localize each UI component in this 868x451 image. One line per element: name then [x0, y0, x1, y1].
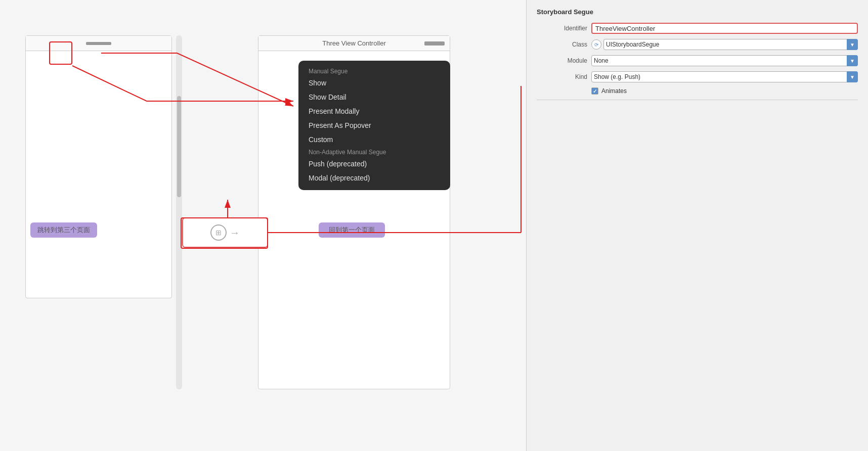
menu-item-present-modally[interactable]: Present Modally	[298, 104, 450, 118]
menu-section-2: Non-Adaptive Manual Segue	[298, 147, 450, 157]
kind-label: Kind	[537, 73, 587, 80]
class-label: Class	[537, 41, 587, 48]
animates-checkbox[interactable]: ✓	[591, 87, 598, 95]
module-select[interactable]: None	[591, 55, 858, 66]
first-vc-header-bar	[86, 42, 111, 45]
context-menu: Manual Segue Show Show Detail Present Mo…	[298, 61, 450, 190]
jump-button[interactable]: 跳转到第三个页面	[30, 222, 97, 238]
menu-item-show[interactable]: Show	[298, 76, 450, 90]
scrollbar-track[interactable]	[176, 35, 182, 389]
animates-row: ✓ Animates	[591, 87, 858, 95]
module-label: Module	[537, 57, 587, 64]
menu-item-show-detail[interactable]: Show Detail	[298, 90, 450, 104]
class-circle-arrow[interactable]: ⟳	[591, 39, 601, 50]
menu-item-custom[interactable]: Custom	[298, 132, 450, 147]
kind-row: Kind Show (e.g. Push) ▼	[537, 71, 858, 82]
segue-arrow: →	[230, 227, 240, 239]
menu-item-push[interactable]: Push (deprecated)	[298, 157, 450, 171]
kind-select[interactable]: Show (e.g. Push)	[591, 71, 858, 82]
identifier-row: Identifier	[537, 23, 858, 34]
first-view-controller	[25, 35, 172, 298]
canvas-area: ⊙ 跳转到第三个页面 Three View Controller ⊞ → 回到第…	[0, 0, 526, 451]
menu-item-modal[interactable]: Modal (deprecated)	[298, 171, 450, 185]
kind-select-wrap: Show (e.g. Push) ▼	[591, 71, 858, 82]
menu-section-1: Manual Segue	[298, 66, 450, 76]
segue-button[interactable]: ⊞ →	[182, 217, 268, 248]
module-select-arrow[interactable]: ▼	[847, 55, 858, 66]
right-panel: Storyboard Segue Identifier Class ⟳ UISt…	[526, 0, 868, 451]
segue-icon: ⊞	[210, 224, 227, 241]
segue-section: Storyboard Segue Identifier Class ⟳ UISt…	[527, 0, 868, 112]
class-select-wrap: ⟳ UIStoryboardSegue ▼	[591, 39, 858, 50]
segue-section-title: Storyboard Segue	[537, 8, 858, 16]
identifier-input[interactable]	[591, 23, 858, 34]
back-button[interactable]: 回到第一个页面	[319, 222, 385, 238]
first-vc-header	[26, 36, 171, 51]
class-select-arrow[interactable]: ▼	[847, 39, 858, 50]
animates-label: Animates	[601, 87, 627, 95]
third-vc-title: Three View Controller	[322, 39, 385, 47]
identifier-label: Identifier	[537, 25, 587, 32]
divider	[537, 100, 858, 100]
module-select-wrap: None ▼	[591, 55, 858, 66]
scrollbar-thumb[interactable]	[177, 96, 181, 197]
module-row: Module None ▼	[537, 55, 858, 66]
class-select[interactable]: UIStoryboardSegue	[603, 39, 858, 50]
header-dots	[424, 41, 445, 46]
class-row: Class ⟳ UIStoryboardSegue ▼	[537, 39, 858, 50]
third-vc-header: Three View Controller	[258, 36, 450, 51]
menu-item-present-popover[interactable]: Present As Popover	[298, 118, 450, 132]
kind-select-arrow[interactable]: ▼	[847, 71, 858, 82]
